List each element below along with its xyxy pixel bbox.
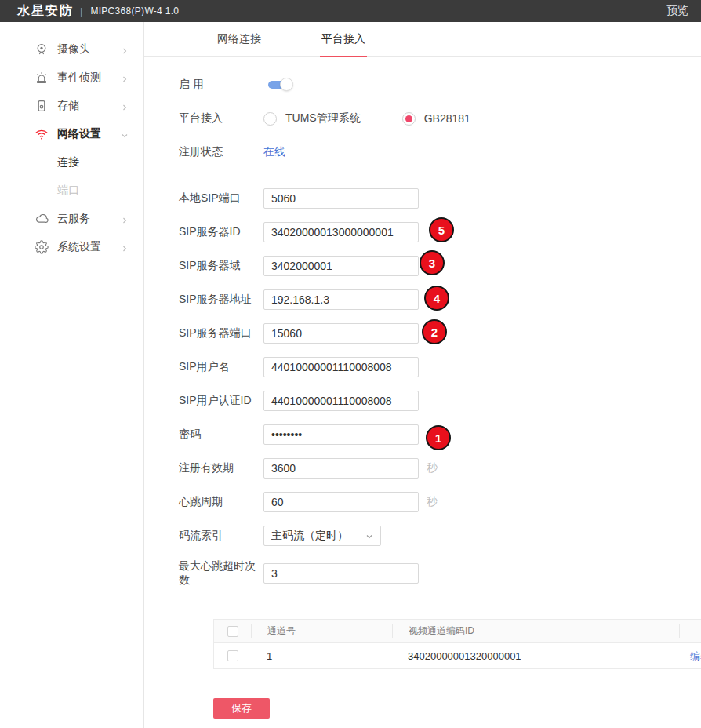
password-input[interactable]	[263, 424, 419, 445]
sidebar-item-cloud-service[interactable]: 云服务	[0, 205, 143, 233]
stream-index-row: 码流索引 主码流（定时）	[179, 526, 701, 546]
platform-access-form: 启 用 平台接入 TUMS管理系统 GB28181	[144, 57, 701, 719]
sidebar-item-label: 网络设置	[57, 127, 101, 141]
cloud-icon	[35, 212, 49, 226]
local-sip-port-row: 本地SIP端口	[179, 188, 701, 209]
chevron-right-icon	[120, 214, 129, 224]
radio-circle-checked-icon	[402, 112, 416, 126]
max-heartbeat-row: 最大心跳超时次数	[179, 559, 701, 588]
sip-server-port-row: SIP服务器端口 2	[179, 323, 701, 344]
chevron-down-icon	[365, 531, 374, 541]
step-badge-1: 1	[426, 425, 451, 450]
step-badge-5: 5	[429, 217, 454, 242]
channel-table: 通道号 视频通道编码ID 1 34020000001320000001 编辑	[213, 619, 701, 669]
sidebar-item-label: 事件侦测	[57, 71, 101, 85]
platform-radio-group: TUMS管理系统 GB28181	[263, 111, 470, 126]
sidebar-item-system-settings[interactable]: 系统设置	[0, 233, 143, 261]
register-status-row: 注册状态 在线	[179, 142, 701, 162]
sip-server-id-row: SIP服务器ID 5	[179, 222, 701, 242]
chevron-down-icon	[120, 129, 129, 139]
platform-label: 平台接入	[179, 111, 263, 126]
sidebar-item-label: 摄像头	[57, 42, 90, 56]
sidebar-item-event-detection[interactable]: 事件侦测	[0, 64, 143, 92]
enable-label: 启 用	[179, 78, 263, 92]
sip-server-domain-row: SIP服务器域 3	[179, 256, 701, 276]
sidebar-item-label: 系统设置	[57, 240, 101, 254]
tabbar: 网络连接 平台接入	[144, 22, 701, 57]
register-validity-input[interactable]	[263, 458, 419, 479]
sidebar-item-network-settings[interactable]: 网络设置	[0, 120, 143, 148]
enable-toggle[interactable]	[268, 80, 292, 89]
sip-server-address-input[interactable]	[263, 289, 419, 310]
step-badge-3: 3	[420, 250, 445, 275]
camera-icon	[35, 42, 49, 56]
wifi-icon	[35, 127, 49, 141]
step-badge-2: 2	[422, 319, 447, 344]
chevron-right-icon	[120, 73, 129, 82]
enable-row: 启 用	[179, 75, 701, 95]
sip-username-input[interactable]	[263, 357, 419, 377]
encode-id-cell: 34020000001320000001	[392, 650, 679, 662]
heartbeat-period-input[interactable]	[263, 492, 419, 512]
sip-server-id-input[interactable]	[263, 222, 419, 242]
channel-number-cell: 1	[251, 650, 392, 662]
sidebar-item-label: 云服务	[57, 212, 90, 226]
tab-network-connection[interactable]: 网络连接	[216, 32, 262, 56]
tab-platform-access[interactable]: 平台接入	[321, 32, 366, 56]
action-column-header	[679, 624, 701, 638]
save-button[interactable]: 保存	[213, 698, 270, 719]
sip-server-domain-input[interactable]	[263, 256, 419, 276]
sidebar-item-storage[interactable]: 存储	[0, 92, 143, 120]
channel-column-header: 通道号	[251, 624, 392, 638]
password-row: 密码 1	[179, 424, 701, 445]
heartbeat-period-row: 心跳周期 秒	[179, 492, 701, 512]
platform-row: 平台接入 TUMS管理系统 GB28181	[179, 108, 701, 129]
seconds-unit: 秒	[427, 461, 438, 475]
sidebar-subitem-port[interactable]: 端口	[0, 177, 143, 205]
register-validity-row: 注册有效期 秒	[179, 458, 701, 479]
preview-link[interactable]: 预览	[666, 4, 688, 18]
sip-server-address-row: SIP服务器地址 4	[179, 289, 701, 310]
sidebar-item-label: 存储	[57, 99, 79, 113]
max-heartbeat-input[interactable]	[263, 563, 419, 584]
chevron-right-icon	[120, 101, 129, 111]
topbar: 水星安防 | MIPC368(P)W-4 1.0 预览	[0, 0, 701, 22]
encode-id-column-header: 视频通道编码ID	[392, 624, 679, 638]
chevron-right-icon	[120, 45, 129, 54]
table-header: 通道号 视频通道编码ID	[214, 620, 701, 642]
radio-gb28181[interactable]: GB28181	[402, 112, 470, 126]
seconds-unit: 秒	[427, 495, 438, 509]
gear-icon	[35, 240, 49, 254]
local-sip-port-input[interactable]	[263, 188, 419, 209]
sip-auth-id-row: SIP用户认证ID	[179, 391, 701, 411]
sidebar-subitem-connection[interactable]: 连接	[0, 148, 143, 177]
row-checkbox[interactable]	[227, 650, 238, 661]
radio-tums[interactable]: TUMS管理系统	[263, 111, 361, 126]
main-content: 网络连接 平台接入 启 用 平台接入 TUMS管理系统	[144, 22, 701, 728]
storage-icon	[35, 99, 49, 113]
stream-index-select[interactable]: 主码流（定时）	[263, 526, 381, 546]
logo-divider: |	[80, 5, 82, 17]
sidebar: 摄像头 事件侦测 存储	[0, 22, 144, 728]
sidebar-item-camera[interactable]: 摄像头	[0, 35, 143, 64]
chevron-right-icon	[120, 242, 129, 252]
alarm-icon	[35, 71, 49, 85]
register-status-label: 注册状态	[179, 145, 263, 159]
sip-username-row: SIP用户名	[179, 357, 701, 377]
sip-server-port-input[interactable]	[263, 323, 419, 344]
device-model: MIPC368(P)W-4 1.0	[90, 5, 179, 16]
table-row: 1 34020000001320000001 编辑	[214, 642, 701, 668]
radio-circle-icon	[263, 112, 277, 126]
brand-logo: 水星安防	[17, 3, 74, 20]
select-all-checkbox[interactable]	[227, 626, 238, 637]
toggle-knob	[280, 78, 293, 91]
step-badge-4: 4	[424, 286, 449, 311]
edit-link[interactable]: 编辑	[690, 650, 701, 662]
online-status-link[interactable]: 在线	[263, 145, 285, 159]
sip-auth-id-input[interactable]	[263, 391, 419, 411]
selected-option: 主码流（定时）	[271, 529, 348, 543]
